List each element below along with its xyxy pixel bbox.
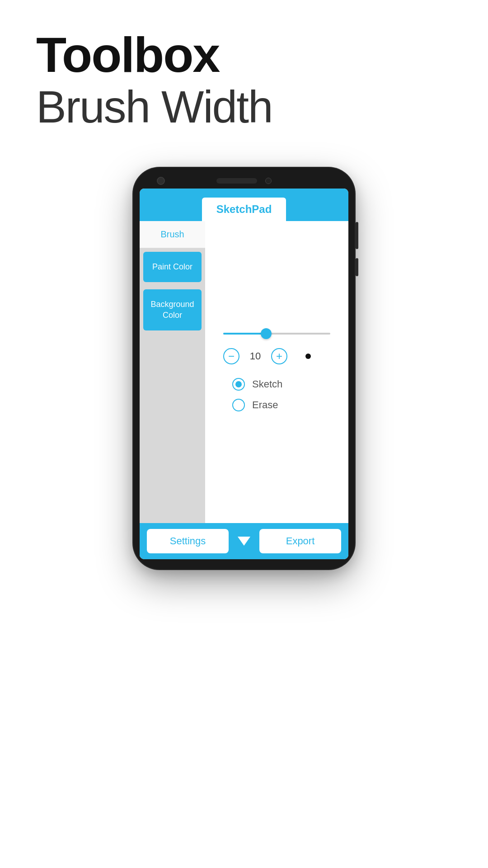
radio-item-sketch[interactable]: Sketch <box>232 378 321 391</box>
brush-preview-dot <box>305 354 311 359</box>
brush-width-slider-row <box>214 333 339 335</box>
paint-color-button[interactable]: Paint Color <box>143 252 202 282</box>
phone-shell: SketchPad Brush Paint Color Background C… <box>133 168 355 569</box>
sidebar: Brush Paint Color Background Color <box>140 221 205 523</box>
radio-item-erase[interactable]: Erase <box>232 399 321 411</box>
export-button[interactable]: Export <box>259 529 341 553</box>
background-color-button[interactable]: Background Color <box>143 289 202 330</box>
increment-button[interactable] <box>271 348 287 364</box>
radio-label-sketch: Sketch <box>252 378 282 390</box>
slider-fill <box>223 333 266 335</box>
speaker-icon <box>216 178 257 184</box>
power-button <box>356 222 358 249</box>
radio-outer-sketch <box>232 378 245 391</box>
slider-thumb[interactable] <box>261 328 272 339</box>
radio-inner-sketch <box>235 381 242 387</box>
counter-value: 10 <box>249 350 262 362</box>
phone-mockup: SketchPad Brush Paint Color Background C… <box>127 168 361 569</box>
decrement-button[interactable] <box>223 348 239 364</box>
main-panel: 10 Sketch <box>205 221 348 523</box>
camera-icon <box>157 177 165 185</box>
app-bottom-bar: Settings Export <box>140 523 348 559</box>
radio-label-erase: Erase <box>252 399 278 411</box>
slider-track[interactable] <box>223 333 330 335</box>
counter-row: 10 <box>214 348 339 364</box>
settings-button[interactable]: Settings <box>147 529 229 553</box>
page-title-sub: Brush Width <box>36 82 452 132</box>
phone-top-bar <box>140 178 348 184</box>
page-title-main: Toolbox <box>36 27 452 82</box>
app-title-tab: SketchPad <box>202 198 286 221</box>
radio-outer-erase <box>232 399 245 411</box>
page-header: Toolbox Brush Width <box>0 0 488 150</box>
phone-screen: SketchPad Brush Paint Color Background C… <box>140 189 348 559</box>
app-header: SketchPad <box>140 189 348 221</box>
chevron-down-icon <box>238 537 250 546</box>
volume-button <box>356 258 358 276</box>
mode-radio-group: Sketch Erase <box>214 378 339 411</box>
chevron-down-button[interactable] <box>232 529 256 553</box>
app-body: Brush Paint Color Background Color <box>140 221 348 523</box>
sidebar-brush-tab[interactable]: Brush <box>140 221 205 248</box>
front-camera-icon <box>265 178 272 184</box>
